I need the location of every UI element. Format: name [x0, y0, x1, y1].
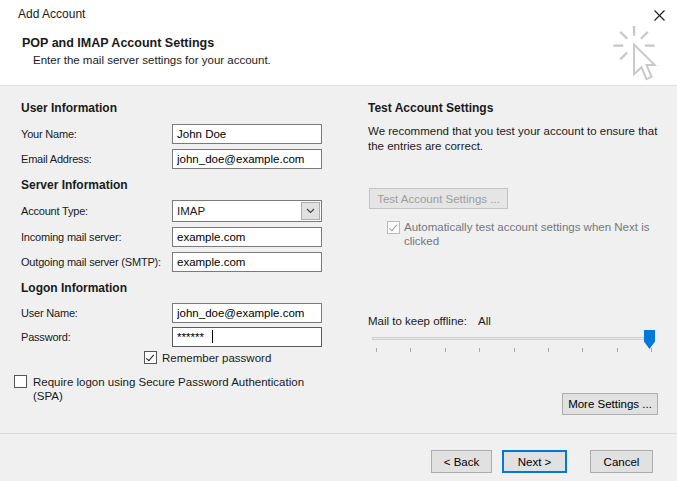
mail-to-keep-offline-value: All — [478, 315, 491, 327]
email-address-input[interactable] — [172, 149, 322, 169]
text-caret — [212, 330, 213, 343]
account-type-select[interactable]: IMAP — [172, 200, 322, 222]
account-type-value: IMAP — [177, 205, 205, 217]
checkmark-icon — [146, 352, 154, 361]
page-subtitle: Enter the mail server settings for your … — [33, 54, 271, 66]
user-name-label: User Name: — [21, 307, 78, 319]
password-label: Password: — [21, 331, 71, 343]
window-title: Add Account — [18, 7, 85, 21]
spa-checkbox[interactable] — [14, 375, 27, 388]
account-type-label: Account Type: — [21, 205, 88, 217]
auto-test-label: Automatically test account settings when… — [404, 220, 659, 248]
user-name-input[interactable] — [172, 303, 322, 323]
user-information-heading: User Information — [21, 101, 117, 115]
close-icon — [654, 10, 665, 21]
remember-password-label: Remember password — [162, 351, 271, 365]
page-title: POP and IMAP Account Settings — [22, 36, 214, 50]
mail-to-keep-offline-label: Mail to keep offline: — [368, 315, 467, 327]
your-name-input[interactable] — [172, 124, 322, 144]
your-name-label: Your Name: — [21, 128, 77, 140]
test-account-settings-button: Test Account Settings ... — [369, 188, 508, 209]
server-information-heading: Server Information — [21, 178, 128, 192]
slider-tick-marks — [376, 348, 652, 353]
checkmark-icon — [389, 222, 397, 231]
outgoing-mail-server-input[interactable] — [172, 252, 322, 272]
next-button[interactable]: Next > — [502, 450, 567, 473]
logon-information-heading: Logon Information — [21, 281, 127, 295]
close-button[interactable] — [649, 5, 669, 25]
test-account-settings-heading: Test Account Settings — [368, 101, 493, 115]
back-button[interactable]: < Back — [431, 450, 492, 473]
remember-password-checkbox[interactable] — [144, 351, 157, 364]
offline-mail-slider-track[interactable] — [372, 337, 653, 340]
test-account-description: We recommend that you test your account … — [368, 124, 673, 154]
outgoing-mail-server-label: Outgoing mail server (SMTP): — [21, 256, 161, 268]
password-input[interactable] — [172, 327, 322, 347]
more-settings-button[interactable]: More Settings ... — [562, 393, 658, 415]
click-cursor-icon — [610, 23, 664, 84]
chevron-down-icon — [306, 208, 315, 214]
auto-test-checkbox — [387, 221, 400, 234]
email-address-label: Email Address: — [21, 153, 92, 165]
cancel-button[interactable]: Cancel — [590, 450, 653, 473]
account-type-dropdown-button[interactable] — [301, 202, 320, 220]
spa-label: Require logon using Secure Password Auth… — [33, 375, 333, 403]
footer-divider — [0, 433, 677, 434]
incoming-mail-server-label: Incoming mail server: — [21, 231, 121, 243]
incoming-mail-server-input[interactable] — [172, 227, 322, 247]
